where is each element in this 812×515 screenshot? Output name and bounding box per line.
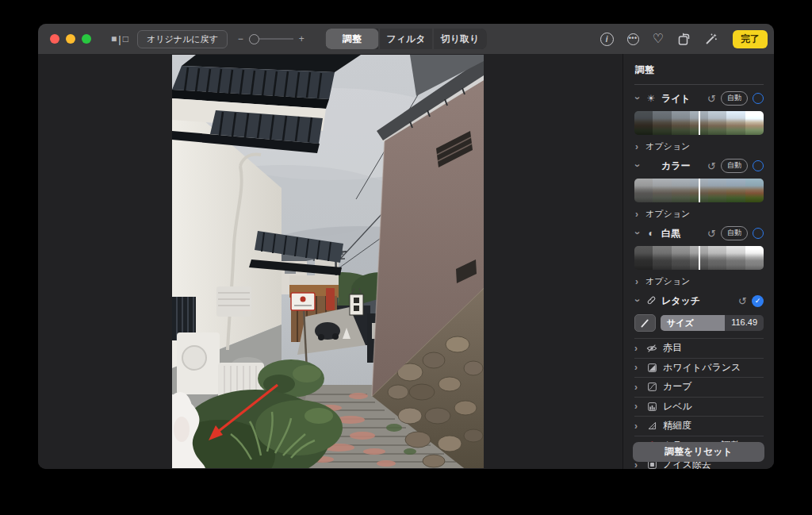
- strip-marker: [699, 246, 700, 270]
- photos-edit-window: ■ | □ オリジナルに戻す − + 調整 フィルタ 切り取り i ••• ♡: [38, 24, 774, 469]
- light-options-toggle[interactable]: › オプション: [635, 140, 764, 152]
- chevron-right-icon: ›: [635, 141, 641, 152]
- options-label: オプション: [645, 275, 690, 287]
- bw-enable-toggle[interactable]: [753, 228, 764, 239]
- bw-auto-button[interactable]: 自動: [721, 226, 748, 240]
- section-label: 赤目: [663, 341, 682, 355]
- chevron-down-icon[interactable]: ›: [632, 298, 644, 305]
- retouch-section-label: レタッチ: [661, 294, 700, 308]
- options-label: オプション: [645, 208, 690, 220]
- chevron-right-icon: ›: [635, 209, 641, 220]
- section-definition[interactable]: › 精細度: [634, 416, 764, 436]
- color-undo-icon[interactable]: ↺: [707, 161, 716, 171]
- retouch-undo-icon[interactable]: ↺: [738, 296, 747, 306]
- bw-options-toggle[interactable]: › オプション: [635, 275, 764, 287]
- bw-section-header: › ◐ 白黒 ↺ 自動: [634, 225, 764, 242]
- retouch-controls: サイズ 116.49: [634, 314, 764, 332]
- photo[interactable]: [172, 55, 484, 468]
- chevron-right-icon: ›: [634, 362, 641, 373]
- desktop-background: ■ | □ オリジナルに戻す − + 調整 フィルタ 切り取り i ••• ♡: [0, 0, 812, 515]
- filled-square-icon: ■: [111, 33, 117, 44]
- zoom-to-fit-toggle[interactable]: ■ | □: [111, 33, 128, 45]
- section-label: ホワイトバランス: [663, 361, 741, 375]
- bw-contrast-icon: ◐: [645, 229, 657, 238]
- light-section-header: › ☀ ライト ↺ 自動: [634, 90, 764, 107]
- favorite-icon[interactable]: ♡: [653, 33, 664, 45]
- light-enable-toggle[interactable]: [753, 93, 764, 104]
- chevron-right-icon: ›: [634, 382, 641, 393]
- outline-square-icon: □: [123, 33, 128, 44]
- size-value: 116.49: [731, 317, 757, 327]
- retouch-brush-button[interactable]: [634, 314, 656, 332]
- section-label: 精細度: [663, 419, 691, 432]
- divider: [634, 84, 764, 85]
- edit-mode-tabs: 調整 フィルタ 切り取り: [326, 29, 487, 49]
- divider-bar-icon: |: [118, 33, 121, 45]
- info-icon[interactable]: i: [600, 33, 614, 46]
- chevron-right-icon: ›: [634, 421, 641, 432]
- light-auto-button[interactable]: 自動: [721, 91, 748, 106]
- color-section-label: カラー: [661, 159, 691, 173]
- window-controls: [50, 34, 91, 44]
- retouch-bandaid-icon: [645, 295, 657, 307]
- revert-original-button[interactable]: オリジナルに戻す: [137, 30, 228, 48]
- light-section-label: ライト: [661, 92, 691, 106]
- auto-enhance-wand-icon[interactable]: [704, 33, 718, 46]
- section-white-balance[interactable]: › ホワイトバランス: [634, 358, 764, 378]
- retouch-section-header: › レタッチ ↺ ✓: [634, 292, 764, 309]
- white-balance-icon: [646, 362, 657, 373]
- zoom-in-icon[interactable]: +: [299, 33, 304, 44]
- chevron-right-icon: ›: [634, 343, 641, 354]
- photo-image: [172, 55, 484, 468]
- zoom-out-icon[interactable]: −: [238, 33, 243, 44]
- minimize-window-button[interactable]: [66, 34, 75, 44]
- edit-canvas: [38, 54, 622, 469]
- tab-crop[interactable]: 切り取り: [433, 29, 487, 49]
- light-thumbnail-strip[interactable]: [634, 111, 764, 135]
- bw-thumbnail-strip[interactable]: [634, 246, 764, 270]
- color-enable-toggle[interactable]: [753, 160, 764, 171]
- light-sun-icon: ☀: [645, 94, 657, 103]
- bw-section-label: 白黒: [661, 227, 680, 240]
- strip-marker: [699, 179, 700, 202]
- brush-icon: [640, 318, 650, 329]
- bw-undo-icon[interactable]: ↺: [707, 229, 716, 239]
- chevron-right-icon: ›: [634, 401, 641, 412]
- zoom-slider: − +: [238, 33, 304, 44]
- definition-icon: [646, 421, 657, 432]
- color-options-toggle[interactable]: › オプション: [635, 208, 764, 220]
- titlebar-actions: i ••• ♡: [600, 24, 768, 54]
- tab-adjust[interactable]: 調整: [326, 29, 379, 49]
- sidebar-title: 調整: [635, 63, 764, 77]
- light-undo-icon[interactable]: ↺: [707, 94, 716, 104]
- color-section-header: › カラー ↺ 自動: [634, 157, 764, 175]
- retouch-enabled-check[interactable]: ✓: [752, 295, 764, 307]
- levels-icon: [646, 401, 657, 412]
- done-button[interactable]: 完了: [733, 30, 768, 48]
- reset-adjustments-button[interactable]: 調整をリセット: [633, 442, 764, 462]
- retouch-size-slider[interactable]: サイズ 116.49: [661, 315, 764, 331]
- titlebar: ■ | □ オリジナルに戻す − + 調整 フィルタ 切り取り i ••• ♡: [38, 24, 774, 54]
- adjust-sidebar: 調整 › ☀ ライト ↺ 自動 › オプション: [622, 54, 774, 469]
- size-label: サイズ: [667, 317, 694, 329]
- section-levels[interactable]: › レベル: [634, 397, 764, 417]
- chevron-down-icon[interactable]: ›: [632, 96, 644, 102]
- color-auto-button[interactable]: 自動: [721, 159, 748, 173]
- section-curves[interactable]: › カーブ: [634, 377, 764, 397]
- chevron-down-icon[interactable]: ›: [632, 163, 644, 170]
- zoom-slider-knob[interactable]: [249, 34, 259, 44]
- more-icon[interactable]: •••: [627, 33, 639, 45]
- rotate-icon[interactable]: [677, 33, 691, 46]
- red-eye-icon: [646, 343, 657, 354]
- section-red-eye[interactable]: › 赤目: [634, 338, 764, 358]
- close-window-button[interactable]: [50, 34, 59, 44]
- section-label: レベル: [663, 400, 692, 413]
- color-thumbnail-strip[interactable]: [634, 179, 764, 202]
- chevron-down-icon[interactable]: ›: [632, 231, 644, 237]
- zoom-slider-track[interactable]: [258, 38, 293, 40]
- section-label: カーブ: [663, 380, 692, 394]
- options-label: オプション: [645, 140, 690, 152]
- tab-filters[interactable]: フィルタ: [379, 29, 433, 49]
- strip-marker: [699, 111, 700, 135]
- fullscreen-window-button[interactable]: [82, 34, 91, 44]
